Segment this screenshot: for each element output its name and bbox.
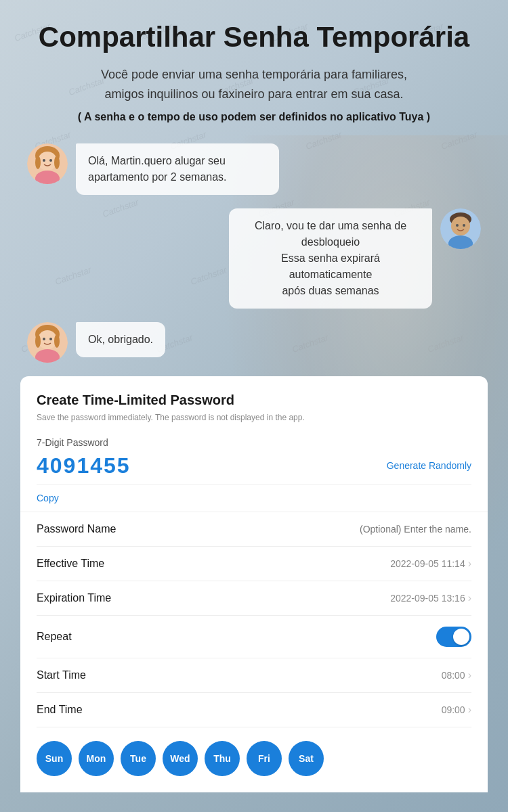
card-title: Create Time-Limited Password bbox=[37, 392, 471, 408]
day-button-wed[interactable]: Wed bbox=[163, 741, 198, 776]
end-time-text: 09:00 bbox=[442, 704, 465, 715]
generate-button[interactable]: Generate Randomly bbox=[387, 460, 471, 471]
repeat-toggle[interactable] bbox=[436, 627, 471, 647]
expiration-time-label: Expiration Time bbox=[37, 592, 111, 604]
chat-message-1: Olá, Martin.quero alugar seu apartamento… bbox=[27, 143, 481, 195]
svg-point-4 bbox=[43, 159, 45, 162]
svg-point-6 bbox=[35, 156, 41, 169]
expiration-time-text: 2022-09-05 13:16 bbox=[390, 593, 465, 604]
end-time-chevron: › bbox=[468, 704, 471, 716]
day-button-thu[interactable]: Thu bbox=[205, 741, 240, 776]
svg-point-21 bbox=[54, 334, 60, 348]
svg-point-13 bbox=[463, 224, 465, 227]
expiration-time-value: 2022-09-05 13:16 › bbox=[390, 592, 471, 604]
svg-point-7 bbox=[54, 156, 60, 169]
svg-point-16 bbox=[38, 330, 57, 349]
svg-point-18 bbox=[43, 338, 45, 340]
page-subtitle: Você pode enviar uma senha temporária pa… bbox=[20, 65, 488, 104]
form-row-password-name: Password Name bbox=[37, 512, 471, 547]
svg-point-5 bbox=[49, 159, 52, 162]
svg-point-2 bbox=[38, 152, 57, 171]
password-row: 4091455 Generate Randomly bbox=[37, 453, 471, 478]
expiration-time-chevron: › bbox=[468, 592, 471, 604]
toggle-knob bbox=[453, 629, 469, 645]
page-note: ( A senha e o tempo de uso podem ser def… bbox=[20, 111, 488, 123]
day-button-fri[interactable]: Fri bbox=[247, 741, 282, 776]
avatar-male bbox=[440, 208, 481, 249]
password-label: 7-Digit Password bbox=[37, 437, 471, 448]
effective-time-label: Effective Time bbox=[37, 558, 104, 570]
avatar-female-2 bbox=[27, 322, 68, 363]
end-time-label: End Time bbox=[37, 704, 83, 716]
avatar-female-1 bbox=[27, 143, 68, 184]
bubble-1: Olá, Martin.quero alugar seu apartamento… bbox=[76, 143, 279, 195]
copy-button[interactable]: Copy bbox=[37, 490, 59, 506]
form-row-effective-time[interactable]: Effective Time 2022-09-05 11:14 › bbox=[37, 547, 471, 581]
effective-time-chevron: › bbox=[468, 558, 471, 570]
password-name-input[interactable] bbox=[336, 524, 471, 535]
day-button-tue[interactable]: Tue bbox=[121, 741, 156, 776]
svg-point-20 bbox=[35, 334, 41, 348]
divider-1 bbox=[37, 484, 471, 484]
page-title: Compartilhar Senha Temporária bbox=[20, 20, 488, 54]
bubble-2: Claro, vou te dar uma senha de desbloque… bbox=[229, 208, 432, 309]
password-name-value bbox=[336, 524, 471, 535]
form-row-end-time[interactable]: End Time 09:00 › bbox=[37, 693, 471, 727]
repeat-label: Repeat bbox=[37, 631, 72, 643]
form-row-repeat: Repeat bbox=[37, 616, 471, 658]
form-row-start-time[interactable]: Start Time 08:00 › bbox=[37, 658, 471, 693]
password-card: Create Time-Limited Password Save the pa… bbox=[20, 376, 488, 792]
start-time-text: 08:00 bbox=[442, 670, 465, 681]
password-name-label: Password Name bbox=[37, 523, 116, 535]
main-content: Compartilhar Senha Temporária Você pode … bbox=[0, 0, 508, 792]
day-button-mon[interactable]: Mon bbox=[79, 741, 114, 776]
form-row-expiration-time[interactable]: Expiration Time 2022-09-05 13:16 › bbox=[37, 581, 471, 616]
end-time-value: 09:00 › bbox=[442, 704, 471, 716]
chat-message-3: Ok, obrigado. bbox=[27, 322, 481, 363]
day-button-sun[interactable]: Sun bbox=[37, 741, 72, 776]
chat-area: Olá, Martin.quero alugar seu apartamento… bbox=[20, 143, 488, 363]
day-button-sat[interactable]: Sat bbox=[289, 741, 324, 776]
day-buttons: Sun Mon Tue Wed Thu Fri Sat bbox=[37, 727, 471, 792]
start-time-value: 08:00 › bbox=[442, 669, 471, 681]
svg-point-19 bbox=[49, 338, 52, 340]
effective-time-value: 2022-09-05 11:14 › bbox=[390, 558, 471, 570]
svg-point-12 bbox=[456, 224, 459, 227]
svg-point-10 bbox=[451, 217, 470, 235]
chat-message-2: Claro, vou te dar uma senha de desbloque… bbox=[27, 208, 481, 309]
card-subtitle: Save the password immediately. The passw… bbox=[37, 412, 471, 424]
bubble-3: Ok, obrigado. bbox=[76, 322, 165, 357]
start-time-label: Start Time bbox=[37, 669, 86, 681]
start-time-chevron: › bbox=[468, 669, 471, 681]
effective-time-text: 2022-09-05 11:14 bbox=[390, 558, 465, 569]
password-value: 4091455 bbox=[37, 453, 131, 478]
